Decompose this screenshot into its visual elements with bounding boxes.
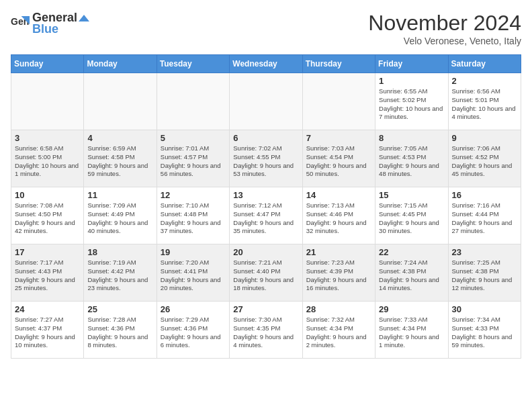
day-info: Sunrise: 7:34 AM Sunset: 4:33 PM Dayligh… — [452, 316, 517, 350]
calendar-day-cell: 1Sunrise: 6:55 AM Sunset: 5:02 PM Daylig… — [375, 73, 448, 130]
calendar-day-cell: 20Sunrise: 7:21 AM Sunset: 4:40 PM Dayli… — [230, 244, 302, 302]
calendar-day-cell: 6Sunrise: 7:02 AM Sunset: 4:55 PM Daylig… — [230, 130, 302, 187]
day-info: Sunrise: 6:58 AM Sunset: 5:00 PM Dayligh… — [15, 144, 80, 179]
day-number: 13 — [233, 190, 298, 200]
logo: Gen General Blue — [11, 11, 91, 36]
day-number: 6 — [233, 133, 298, 143]
day-info: Sunrise: 7:21 AM Sunset: 4:40 PM Dayligh… — [233, 259, 298, 293]
day-number: 19 — [161, 247, 226, 257]
weekday-header: Monday — [84, 55, 157, 73]
day-info: Sunrise: 7:29 AM Sunset: 4:36 PM Dayligh… — [161, 316, 226, 350]
day-number: 2 — [452, 76, 517, 86]
day-info: Sunrise: 7:02 AM Sunset: 4:55 PM Dayligh… — [233, 144, 298, 179]
day-info: Sunrise: 7:12 AM Sunset: 4:47 PM Dayligh… — [233, 201, 298, 236]
calendar-day-cell: 9Sunrise: 7:06 AM Sunset: 4:52 PM Daylig… — [448, 130, 521, 187]
day-number: 29 — [379, 304, 444, 314]
day-number: 25 — [87, 304, 152, 314]
logo-icon: Gen — [11, 14, 30, 33]
day-number: 8 — [379, 133, 444, 143]
calendar-header-row: SundayMondayTuesdayWednesdayThursdayFrid… — [11, 55, 521, 73]
calendar-day-cell: 26Sunrise: 7:29 AM Sunset: 4:36 PM Dayli… — [157, 302, 229, 359]
day-info: Sunrise: 7:10 AM Sunset: 4:48 PM Dayligh… — [161, 201, 226, 236]
day-info: Sunrise: 6:56 AM Sunset: 5:01 PM Dayligh… — [452, 87, 517, 122]
day-info: Sunrise: 7:33 AM Sunset: 4:34 PM Dayligh… — [379, 316, 444, 350]
calendar-day-cell — [302, 73, 375, 130]
calendar-day-cell: 29Sunrise: 7:33 AM Sunset: 4:34 PM Dayli… — [375, 302, 448, 359]
day-number: 4 — [87, 133, 152, 143]
calendar-day-cell: 15Sunrise: 7:15 AM Sunset: 4:45 PM Dayli… — [375, 187, 448, 244]
day-number: 30 — [452, 304, 517, 314]
calendar-week-row: 24Sunrise: 7:27 AM Sunset: 4:37 PM Dayli… — [11, 302, 521, 359]
calendar-day-cell: 28Sunrise: 7:32 AM Sunset: 4:34 PM Dayli… — [302, 302, 375, 359]
calendar-day-cell: 21Sunrise: 7:23 AM Sunset: 4:39 PM Dayli… — [302, 244, 375, 302]
day-info: Sunrise: 7:32 AM Sunset: 4:34 PM Dayligh… — [306, 316, 371, 350]
calendar-day-cell: 13Sunrise: 7:12 AM Sunset: 4:47 PM Dayli… — [230, 187, 302, 244]
location-title: Velo Veronese, Veneto, Italy — [368, 36, 521, 46]
day-info: Sunrise: 7:19 AM Sunset: 4:42 PM Dayligh… — [87, 259, 152, 293]
calendar-day-cell: 17Sunrise: 7:17 AM Sunset: 4:43 PM Dayli… — [11, 244, 84, 302]
calendar-day-cell: 11Sunrise: 7:09 AM Sunset: 4:49 PM Dayli… — [84, 187, 157, 244]
day-number: 11 — [87, 190, 152, 200]
day-number: 18 — [87, 247, 152, 257]
page-header: Gen General Blue November 2024 Velo Vero… — [11, 11, 521, 46]
day-number: 28 — [306, 304, 371, 314]
calendar-week-row: 17Sunrise: 7:17 AM Sunset: 4:43 PM Dayli… — [11, 244, 521, 302]
day-info: Sunrise: 7:15 AM Sunset: 4:45 PM Dayligh… — [379, 201, 444, 236]
day-info: Sunrise: 7:03 AM Sunset: 4:54 PM Dayligh… — [306, 144, 371, 179]
title-area: November 2024 Velo Veronese, Veneto, Ita… — [368, 11, 521, 46]
calendar-day-cell: 4Sunrise: 6:59 AM Sunset: 4:58 PM Daylig… — [84, 130, 157, 187]
day-number: 12 — [161, 190, 226, 200]
day-info: Sunrise: 7:01 AM Sunset: 4:57 PM Dayligh… — [161, 144, 226, 179]
day-info: Sunrise: 7:16 AM Sunset: 4:44 PM Dayligh… — [452, 201, 517, 236]
day-number: 24 — [15, 304, 80, 314]
day-number: 20 — [233, 247, 298, 257]
day-number: 9 — [452, 133, 517, 143]
calendar-day-cell — [230, 73, 302, 130]
calendar-week-row: 3Sunrise: 6:58 AM Sunset: 5:00 PM Daylig… — [11, 130, 521, 187]
calendar-day-cell: 16Sunrise: 7:16 AM Sunset: 4:44 PM Dayli… — [448, 187, 521, 244]
weekday-header: Saturday — [448, 55, 521, 73]
day-info: Sunrise: 7:28 AM Sunset: 4:36 PM Dayligh… — [87, 316, 152, 350]
calendar-day-cell — [157, 73, 229, 130]
calendar-day-cell: 24Sunrise: 7:27 AM Sunset: 4:37 PM Dayli… — [11, 302, 84, 359]
day-info: Sunrise: 7:05 AM Sunset: 4:53 PM Dayligh… — [379, 144, 444, 179]
calendar-table: SundayMondayTuesdayWednesdayThursdayFrid… — [11, 54, 521, 359]
calendar-day-cell: 8Sunrise: 7:05 AM Sunset: 4:53 PM Daylig… — [375, 130, 448, 187]
day-number: 23 — [452, 247, 517, 257]
calendar-day-cell: 14Sunrise: 7:13 AM Sunset: 4:46 PM Dayli… — [302, 187, 375, 244]
day-number: 27 — [233, 304, 298, 314]
day-number: 1 — [379, 76, 444, 86]
day-info: Sunrise: 7:13 AM Sunset: 4:46 PM Dayligh… — [306, 201, 371, 236]
day-number: 3 — [15, 133, 80, 143]
weekday-header: Tuesday — [157, 55, 229, 73]
day-info: Sunrise: 7:30 AM Sunset: 4:35 PM Dayligh… — [233, 316, 298, 350]
day-info: Sunrise: 7:17 AM Sunset: 4:43 PM Dayligh… — [15, 259, 80, 293]
calendar-week-row: 10Sunrise: 7:08 AM Sunset: 4:50 PM Dayli… — [11, 187, 521, 244]
day-number: 14 — [306, 190, 371, 200]
calendar-day-cell: 23Sunrise: 7:25 AM Sunset: 4:38 PM Dayli… — [448, 244, 521, 302]
weekday-header: Sunday — [11, 55, 84, 73]
calendar-day-cell — [84, 73, 157, 130]
calendar-day-cell: 18Sunrise: 7:19 AM Sunset: 4:42 PM Dayli… — [84, 244, 157, 302]
weekday-header: Wednesday — [230, 55, 302, 73]
day-info: Sunrise: 7:09 AM Sunset: 4:49 PM Dayligh… — [87, 201, 152, 236]
calendar-day-cell: 10Sunrise: 7:08 AM Sunset: 4:50 PM Dayli… — [11, 187, 84, 244]
day-number: 7 — [306, 133, 371, 143]
day-number: 10 — [15, 190, 80, 200]
day-number: 22 — [379, 247, 444, 257]
calendar-week-row: 1Sunrise: 6:55 AM Sunset: 5:02 PM Daylig… — [11, 73, 521, 130]
day-number: 16 — [452, 190, 517, 200]
weekday-header: Thursday — [302, 55, 375, 73]
weekday-header: Friday — [375, 55, 448, 73]
day-info: Sunrise: 7:08 AM Sunset: 4:50 PM Dayligh… — [15, 201, 80, 236]
day-number: 17 — [15, 247, 80, 257]
calendar-day-cell: 25Sunrise: 7:28 AM Sunset: 4:36 PM Dayli… — [84, 302, 157, 359]
day-number: 26 — [161, 304, 226, 314]
day-info: Sunrise: 7:24 AM Sunset: 4:38 PM Dayligh… — [379, 259, 444, 293]
calendar-day-cell — [11, 73, 84, 130]
day-info: Sunrise: 6:55 AM Sunset: 5:02 PM Dayligh… — [379, 87, 444, 122]
calendar-day-cell: 19Sunrise: 7:20 AM Sunset: 4:41 PM Dayli… — [157, 244, 229, 302]
calendar-day-cell: 22Sunrise: 7:24 AM Sunset: 4:38 PM Dayli… — [375, 244, 448, 302]
day-number: 21 — [306, 247, 371, 257]
day-info: Sunrise: 7:27 AM Sunset: 4:37 PM Dayligh… — [15, 316, 80, 350]
